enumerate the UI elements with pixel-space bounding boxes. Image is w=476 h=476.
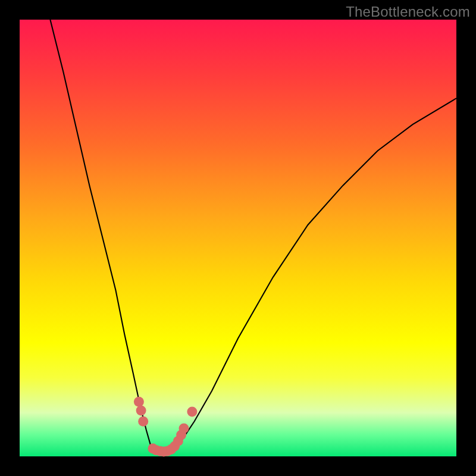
curve-marker (187, 407, 197, 417)
plot-area (20, 20, 456, 456)
bottleneck-curve (50, 20, 456, 452)
curve-marker (138, 416, 148, 427)
curve-marker (134, 397, 144, 407)
curve-markers (134, 397, 198, 457)
curve-marker (136, 405, 146, 415)
watermark-text: TheBottleneck.com (346, 4, 470, 20)
chart-frame: TheBottleneck.com (0, 0, 476, 476)
curve-marker (179, 424, 189, 434)
chart-svg (20, 20, 456, 456)
